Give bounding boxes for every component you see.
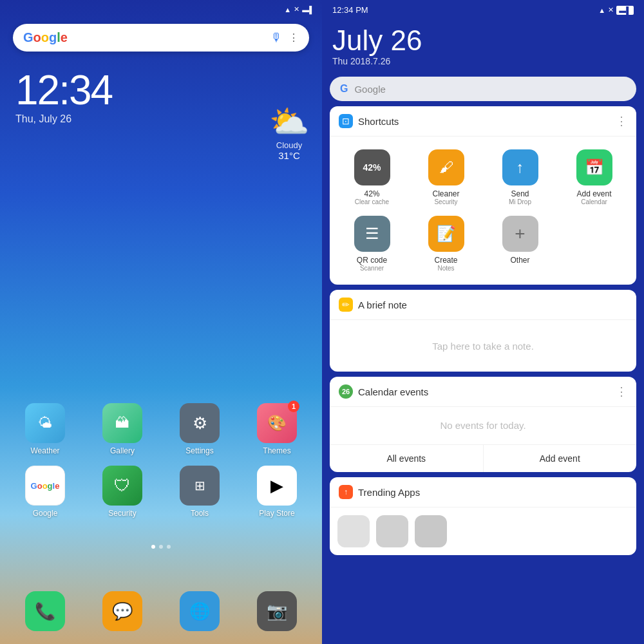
tools-app-icon: ⊞	[180, 466, 220, 506]
playstore-app-label: Play Store	[259, 509, 294, 518]
weather-icon: ⛅	[269, 103, 309, 140]
shortcut-sub-create: Notes	[437, 265, 454, 272]
right-battery-icon: ▬▌	[616, 6, 634, 15]
shortcuts-widget-header: ⊡ Shortcuts ⋮	[330, 106, 636, 137]
google-search-right[interactable]: G Google	[330, 77, 636, 101]
send-icon: ↑	[502, 149, 538, 185]
shortcut-sub-qr: Scanner	[360, 265, 384, 272]
status-icons-left: ▲ ✕ ▬▌	[284, 5, 314, 14]
trending-widget: ↑ Trending Apps	[330, 477, 636, 555]
themes-app-label: Themes	[263, 446, 290, 455]
trending-body	[330, 507, 636, 555]
calendar-title-row: 26 Calendar events	[339, 384, 428, 399]
app-settings[interactable]: ⚙ Settings	[171, 403, 229, 455]
clock-time: 12:34	[15, 70, 307, 111]
app-gallery[interactable]: 🏔 Gallery	[93, 403, 151, 455]
shortcut-name-send: Send	[511, 189, 529, 198]
calendar-actions: All events Add event	[330, 444, 636, 472]
weather-temperature: 31°C	[278, 150, 300, 161]
shortcut-clear-cache[interactable]: 42% 42% Clear cache	[335, 144, 409, 211]
shortcut-sub-cache: Clear cache	[355, 198, 389, 205]
date-big: July 26	[332, 26, 634, 55]
dock-browser[interactable]: 🌐	[180, 591, 220, 631]
dock-messages[interactable]: 💬	[102, 591, 142, 631]
create-notes-icon: 📝	[428, 216, 464, 252]
mic-icon[interactable]: 🎙	[270, 31, 282, 44]
shortcut-name-create: Create	[434, 256, 457, 265]
status-bar-left: ▲ ✕ ▬▌	[0, 0, 322, 19]
shortcut-name-qr: QR code	[357, 256, 387, 265]
clear-cache-icon: 42%	[354, 149, 390, 185]
shortcuts-title: Shortcuts	[358, 116, 399, 127]
calendar-widget-header: 26 Calendar events ⋮	[330, 377, 636, 407]
calendar-title: Calendar events	[358, 386, 428, 397]
all-events-button[interactable]: All events	[330, 445, 484, 472]
shortcut-sub-send: Mi Drop	[509, 198, 531, 205]
battery-icon-left: ▬▌	[302, 6, 314, 14]
notes-body[interactable]: Tap here to take a note.	[330, 320, 636, 372]
right-wifi-icon: ▲	[598, 6, 605, 14]
qr-icon: ☰	[354, 216, 390, 252]
app-google[interactable]: Google Google	[16, 466, 74, 518]
app-row-1: 🌤 Weather 🏔 Gallery ⚙ Settings 🎨 1	[6, 403, 316, 455]
shortcuts-title-row: ⊡ Shortcuts	[339, 114, 399, 128]
playstore-app-icon: ▶	[257, 466, 297, 506]
google-search-bar[interactable]: Google 🎙 ⋮	[13, 24, 309, 52]
status-bar-right: 12:34 PM ▲ ✕ ▬▌	[322, 0, 644, 20]
shortcut-qr[interactable]: ☰ QR code Scanner	[335, 211, 409, 277]
trending-app-icon-1	[337, 515, 370, 547]
notes-widget-header: ✏ A brief note	[330, 290, 636, 320]
trending-app-icon-3	[415, 515, 447, 547]
calendar-menu-icon[interactable]: ⋮	[616, 384, 627, 399]
google-logo: Google	[23, 30, 68, 45]
dock-camera[interactable]: 📷	[257, 591, 297, 631]
notes-placeholder: Tap here to take a note.	[432, 341, 534, 352]
app-grid: 🌤 Weather 🏔 Gallery ⚙ Settings 🎨 1	[0, 403, 322, 528]
dock-phone[interactable]: 📞	[25, 591, 65, 631]
add-event-button[interactable]: Add event	[484, 445, 637, 472]
date-header: July 26 Thu 2018.7.26	[330, 20, 636, 71]
trending-app-1[interactable]	[337, 515, 370, 547]
page-dot-3	[167, 545, 171, 549]
app-playstore[interactable]: ▶ Play Store	[248, 466, 306, 518]
trending-app-icon-2	[376, 515, 408, 547]
trending-app-3[interactable]	[415, 515, 447, 547]
google-g-icon: G	[340, 83, 348, 95]
trending-title: Trending Apps	[358, 487, 420, 498]
app-weather[interactable]: 🌤 Weather	[16, 403, 74, 455]
app-tools[interactable]: ⊞ Tools	[171, 466, 229, 518]
shortcuts-menu-icon[interactable]: ⋮	[616, 114, 627, 128]
settings-app-icon: ⚙	[180, 403, 220, 443]
cleaner-icon: 🖌	[428, 149, 464, 185]
notes-title-row: ✏ A brief note	[339, 298, 407, 312]
shortcut-other[interactable]: + Other	[483, 211, 557, 277]
trending-app-2[interactable]	[376, 515, 408, 547]
shortcut-cleaner[interactable]: 🖌 Cleaner Security	[409, 144, 483, 211]
shortcut-add-event[interactable]: 📅 Add event Calendar	[557, 144, 631, 211]
shortcuts-widget-icon: ⊡	[339, 114, 353, 128]
app-security[interactable]: 🛡 Security	[93, 466, 151, 518]
weather-app-icon: 🌤	[25, 403, 65, 443]
other-icon: +	[502, 216, 538, 252]
app-themes[interactable]: 🎨 1 Themes	[248, 403, 306, 455]
shortcut-create[interactable]: 📝 Create Notes	[409, 211, 483, 277]
right-status-icons: ▲ ✕ ▬▌	[598, 6, 634, 15]
weather-app-label: Weather	[30, 446, 59, 455]
themes-app-icon: 🎨 1	[257, 403, 297, 443]
shortcut-sub-cleaner: Security	[434, 198, 457, 205]
shortcuts-widget: ⊡ Shortcuts ⋮ 42% 42% Clear cache	[330, 106, 636, 285]
trending-title-row: ↑ Trending Apps	[339, 485, 420, 499]
shortcut-name-cache: 42%	[364, 189, 379, 198]
google-app-icon: Google	[25, 466, 65, 506]
page-dot-1	[151, 545, 155, 549]
tools-app-label: Tools	[191, 509, 209, 518]
date-sub: Thu 2018.7.26	[332, 56, 634, 66]
more-options-icon[interactable]: ⋮	[289, 32, 299, 44]
gallery-app-label: Gallery	[110, 446, 135, 455]
shortcuts-grid: 42% 42% Clear cache 🖌 Cleaner Security	[330, 137, 636, 285]
notes-title: A brief note	[358, 299, 407, 310]
shortcut-send[interactable]: ↑ Send Mi Drop	[483, 144, 557, 211]
x-icon: ✕	[294, 5, 299, 14]
right-x-icon: ✕	[608, 6, 614, 14]
shortcut-name-cleaner: Cleaner	[432, 189, 459, 198]
